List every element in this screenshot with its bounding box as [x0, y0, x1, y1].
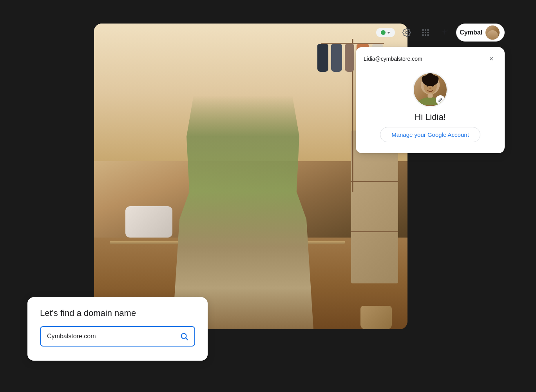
sewing-machine: [125, 198, 180, 238]
domain-search-input[interactable]: [41, 328, 174, 345]
account-badge[interactable]: Cymbal: [456, 24, 505, 42]
svg-point-0: [406, 31, 408, 34]
settings-button[interactable]: [400, 25, 414, 40]
svg-rect-8: [425, 34, 426, 36]
svg-point-18: [427, 84, 429, 87]
chevron-down-icon: [387, 32, 390, 34]
spark-icon: [440, 28, 449, 37]
domain-card-title: Let's find a domain name: [40, 308, 195, 318]
machine-body: [125, 206, 172, 238]
close-icon: ×: [489, 55, 494, 63]
svg-point-17: [431, 77, 435, 82]
profile-card-body: Hi Lidia! Manage your Google Account: [356, 67, 505, 153]
domain-search-button[interactable]: [174, 327, 194, 346]
profile-email: Lidia@cymbalstore.com: [364, 56, 422, 62]
profile-card-header: Lidia@cymbalstore.com ×: [356, 47, 505, 67]
search-icon: [180, 332, 188, 341]
svg-line-23: [186, 338, 188, 340]
svg-rect-3: [427, 29, 429, 31]
svg-rect-4: [422, 32, 424, 33]
svg-rect-7: [422, 34, 424, 36]
svg-rect-9: [427, 34, 429, 36]
profile-greeting: Hi Lidia!: [415, 112, 445, 122]
svg-rect-1: [422, 29, 424, 31]
status-dot: [381, 30, 386, 35]
svg-point-20: [429, 87, 431, 89]
profile-avatar-large: [413, 72, 448, 107]
manage-account-button[interactable]: Manage your Google Account: [380, 127, 480, 142]
person-silhouette: [172, 54, 313, 329]
close-button[interactable]: ×: [486, 53, 497, 64]
profile-card: Lidia@cymbalstore.com ×: [356, 47, 505, 153]
domain-card: Let's find a domain name: [27, 297, 208, 361]
ai-button[interactable]: [437, 25, 451, 40]
svg-rect-2: [425, 29, 426, 31]
shelf-line: [351, 231, 398, 232]
domain-search-row: [40, 326, 195, 347]
basket: [360, 306, 392, 329]
garment: [345, 44, 354, 72]
garment: [317, 44, 328, 72]
avatar-silhouette: [487, 30, 498, 40]
avatar: [485, 25, 500, 40]
apps-button[interactable]: [418, 25, 433, 40]
grid-icon: [421, 28, 430, 37]
status-button[interactable]: [376, 28, 395, 37]
gear-icon: [402, 28, 411, 37]
edit-avatar-button[interactable]: [436, 95, 445, 105]
svg-rect-6: [427, 32, 429, 33]
svg-rect-21: [427, 93, 433, 98]
topbar: Cymbal: [376, 24, 505, 42]
svg-rect-5: [425, 32, 426, 33]
garment: [331, 44, 342, 72]
cymbal-logo-text: Cymbal: [460, 29, 482, 36]
pencil-icon: [438, 98, 443, 102]
svg-point-16: [426, 77, 430, 82]
svg-point-19: [432, 84, 434, 87]
